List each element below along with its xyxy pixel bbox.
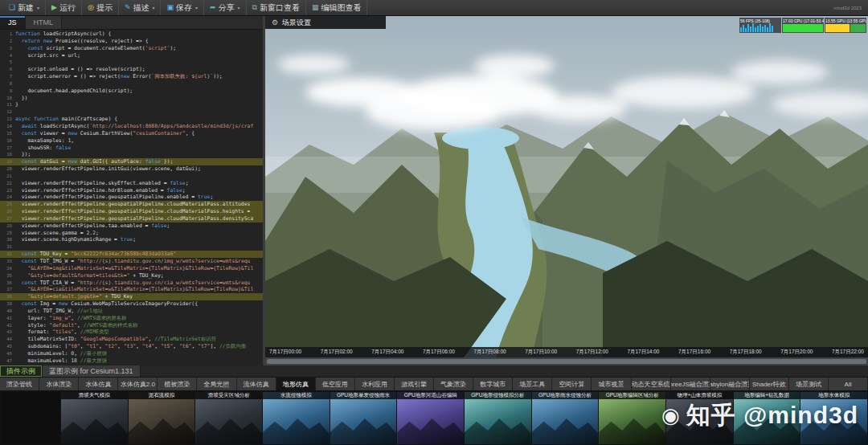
- line-number: 2: [0, 38, 15, 45]
- example-thumbnail-10[interactable]: 地形编辑+钻孔数据: [734, 392, 800, 444]
- thumbnail-caption: 物理+山体滑坡模拟: [666, 392, 733, 399]
- example-thumbnail-8[interactable]: GPU地形编辑区域分析: [599, 392, 665, 444]
- edit-view-icon: ▦: [312, 4, 319, 11]
- code-area[interactable]: 1function loadScriptAsync(url) {2 return…: [0, 30, 263, 365]
- line-number: 16: [0, 137, 15, 145]
- example-thumbnail-11[interactable]: 地形水体模拟: [800, 392, 867, 444]
- line-number: 47: [0, 357, 15, 365]
- category-tab-1[interactable]: 水体渲染: [39, 378, 79, 390]
- line-number: 8: [0, 80, 15, 88]
- example-thumbnail-9[interactable]: 物理+山体滑坡模拟: [666, 392, 733, 444]
- category-tab-19[interactable]: Shader特效: [750, 378, 789, 390]
- timeline-scrollbar-handle[interactable]: [267, 359, 866, 364]
- category-tab-10[interactable]: 游戏引擎: [395, 378, 434, 390]
- timeline-scrollbar[interactable]: [265, 357, 868, 365]
- line-number: 40: [0, 308, 15, 315]
- example-thumbnail-0[interactable]: 滑坡天气模拟: [61, 392, 128, 444]
- code-line: 46 minimumLevel: 0, //最小层级: [0, 350, 263, 357]
- category-tab-0[interactable]: 渲染管线: [0, 378, 39, 390]
- editor-tab-js[interactable]: JS: [0, 16, 26, 29]
- chevron-down-icon: ▾: [195, 5, 198, 10]
- example-thumbnail-4[interactable]: GPU地形暴发侵蚀雨水: [330, 392, 397, 444]
- examples-tab-0[interactable]: 插件示例: [0, 365, 43, 377]
- category-tab-17[interactable]: ThreeJS融合渲染: [671, 378, 710, 390]
- toolbar-button-new-window[interactable]: ⧉新窗口查看: [247, 0, 306, 15]
- line-number: 10: [0, 95, 15, 102]
- example-thumbnail-1[interactable]: 泥石流模拟: [129, 392, 195, 444]
- category-tab-11[interactable]: 气象渲染: [434, 378, 473, 390]
- line-number: 32: [0, 251, 15, 258]
- fps-meter-label: 56 FPS (35-108): [739, 18, 781, 23]
- category-tab-7[interactable]: 地形仿真: [276, 378, 316, 390]
- scene-settings-button[interactable]: ⚙ 场景设置: [265, 16, 386, 29]
- toolbar-button-save[interactable]: ▣保存▾: [161, 0, 204, 15]
- category-tab-2[interactable]: 水体仿真: [79, 378, 118, 390]
- category-tab-21[interactable]: All: [829, 378, 868, 390]
- code-line: 36 const TDT_CIA_W = "http://{s}.tiandit…: [0, 280, 263, 287]
- category-tab-14[interactable]: 空间计算: [552, 378, 592, 390]
- code-line: 27 viewer.renderEffectPipeline.geospatia…: [0, 215, 263, 222]
- example-thumbnail-3[interactable]: 水流侵蚀模拟: [263, 392, 330, 444]
- line-number: 28: [0, 222, 15, 230]
- code-line: 15 const viewer = new Cesium.EarthView("…: [0, 130, 263, 137]
- category-tab-20[interactable]: 场景测试: [789, 378, 829, 390]
- toolbar-button-new[interactable]: ❏新建▾: [3, 0, 46, 15]
- thumbnail-caption: 地形水体模拟: [800, 392, 867, 399]
- category-tab-9[interactable]: 水利应用: [355, 378, 395, 390]
- category-tab-8[interactable]: 低空应用: [316, 378, 355, 390]
- thumbnail-caption: GPU地形侵蚀模拟分析: [465, 392, 531, 399]
- line-number: 11: [0, 101, 15, 108]
- toolbar-button-hint[interactable]: ◎提示: [82, 0, 119, 15]
- code-text: viewer.renderEffectPipeline.taa.enabled …: [15, 222, 170, 230]
- code-text: script.src = url;: [15, 52, 80, 59]
- save-icon: ▣: [166, 4, 174, 11]
- toolbar-button-describe[interactable]: ✎描述▾: [119, 0, 162, 15]
- toolbar-button-run[interactable]: ▶运行: [46, 0, 82, 15]
- category-tab-3[interactable]: 水体仿真2.0: [118, 378, 158, 390]
- main-split: JSHTML 1function loadScriptAsync(url) {2…: [0, 16, 868, 365]
- category-tab-6[interactable]: 流体仿真: [237, 378, 276, 390]
- code-line: 37 "&LAYER=cia&tileMatrixSet=w&TileMatri…: [0, 286, 263, 293]
- code-line: 38 "&style=default.jpg&tk=" + TDU_Key: [0, 293, 263, 300]
- editor-tab-html[interactable]: HTML: [26, 16, 63, 29]
- timeline-bar[interactable]: 7月17日00:007月17日02:007月17日04:007月17日06:00…: [265, 347, 868, 357]
- line-number: 38: [0, 293, 15, 300]
- line-number: 36: [0, 280, 15, 287]
- line-number: 34: [0, 265, 15, 272]
- thumbnail-gutter: [1, 392, 60, 444]
- line-number: 45: [0, 343, 15, 350]
- code-editor: JSHTML 1function loadScriptAsync(url) {2…: [0, 16, 263, 365]
- timeline-label: 7月17日12:00: [576, 349, 608, 356]
- example-thumbnail-6[interactable]: GPU地形侵蚀模拟分析: [465, 392, 531, 444]
- line-number: 18: [0, 151, 15, 158]
- line-number: 43: [0, 329, 15, 336]
- examples-tab-1[interactable]: 蓝图示例 for Cesium1.131: [43, 365, 141, 377]
- line-number: 25: [0, 201, 15, 208]
- example-thumbnail-5[interactable]: GPU地形河道山谷编辑: [397, 392, 464, 444]
- example-thumbnail-7[interactable]: GPU地形雨水侵蚀分析: [532, 392, 599, 444]
- chevron-down-icon: ▾: [238, 5, 240, 10]
- example-thumbnail-2[interactable]: 滑坡受灾区域分析: [195, 392, 262, 444]
- code-line: 20 viewer.renderEffectPipeline.initGui(v…: [0, 165, 263, 173]
- thumbnail-caption: 泥石流模拟: [129, 392, 195, 399]
- code-line: 4 script.src = url;: [0, 52, 263, 59]
- code-line: 19 const datGui = new dat.GUI({ autoPlac…: [0, 158, 263, 165]
- toolbar-button-label: 新窗口查看: [260, 2, 300, 14]
- toolbar-button-label: 保存: [176, 2, 192, 14]
- toolbar-button-share[interactable]: ➦分享▾: [204, 0, 247, 15]
- category-tab-13[interactable]: 场景工具: [513, 378, 552, 390]
- toolbar-button-edit-view[interactable]: ▦编辑图查看: [306, 0, 368, 15]
- category-tab-15[interactable]: 城市视景: [592, 378, 631, 390]
- category-tab-18[interactable]: Babylon融合渲染: [710, 378, 750, 390]
- category-tab-5[interactable]: 全局光照: [197, 378, 236, 390]
- chevron-down-icon: ▾: [37, 5, 39, 10]
- category-tab-12[interactable]: 数字城市: [473, 378, 513, 390]
- timeline-label: 7月17日02:00: [321, 349, 353, 356]
- code-line: 42 style: "default", //WMTS请求的样式名称: [0, 322, 263, 329]
- category-tab-16[interactable]: 动态天空系统: [632, 378, 671, 390]
- code-text: "&LAYER=cia&tileMatrixSet=w&TileMatrix={…: [15, 286, 253, 293]
- category-tab-4[interactable]: 植被渲染: [158, 378, 197, 390]
- line-number: 7: [0, 73, 15, 80]
- timeline-label: 7月17日20:00: [780, 349, 813, 356]
- terrain-scene[interactable]: [265, 16, 868, 365]
